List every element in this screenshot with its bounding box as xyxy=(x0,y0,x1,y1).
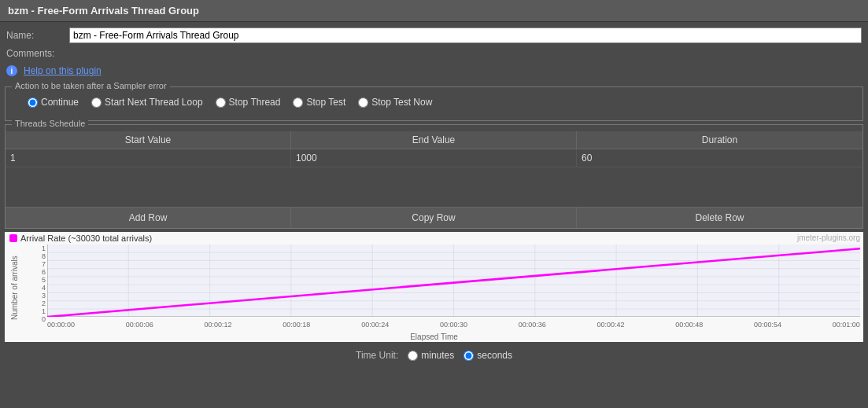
radio-stop-test-label: Stop Test xyxy=(306,97,345,108)
action-section: Action to be taken after a Sampler error… xyxy=(5,86,863,121)
x-tick-1: 00:00:06 xyxy=(126,321,153,329)
radio-stop-thread-input[interactable] xyxy=(216,97,226,108)
chart-container: Number of arrivals 1 8 7 6 5 4 3 2 1 0 xyxy=(8,244,860,331)
y-tick-4: 4 xyxy=(42,284,46,292)
chart-title-text: Arrival Rate (~30030 total arrivals) xyxy=(20,233,152,243)
cell-duration: 60 xyxy=(577,149,862,167)
time-unit-row: Time Unit: minutes seconds xyxy=(0,345,868,366)
radio-start-next[interactable]: Start Next Thread Loop xyxy=(91,97,203,108)
chart-title-row: Arrival Rate (~30030 total arrivals) xyxy=(5,232,863,244)
x-tick-10: 00:01:00 xyxy=(833,321,860,329)
name-input[interactable] xyxy=(69,28,862,43)
comments-label: Comments: xyxy=(6,48,69,59)
y-tick-3: 3 xyxy=(42,292,46,300)
y-axis-label: Number of arrivals xyxy=(8,244,19,331)
radio-stop-test-now[interactable]: Stop Test Now xyxy=(358,97,432,108)
y-tick-5: 5 xyxy=(42,276,46,284)
help-row: i Help on this plugin xyxy=(6,61,862,80)
table-buttons: Add Row Copy Row Delete Row xyxy=(6,207,862,228)
y-tick-6: 6 xyxy=(42,268,46,276)
x-tick-0: 00:00:00 xyxy=(47,321,75,329)
chart-legend-icon xyxy=(9,234,17,242)
time-unit-seconds-radio[interactable] xyxy=(464,351,474,361)
radio-continue-input[interactable] xyxy=(28,97,38,108)
x-tick-3: 00:00:18 xyxy=(283,321,310,329)
time-unit-minutes-label: minutes xyxy=(421,350,454,361)
copy-row-button[interactable]: Copy Row xyxy=(291,208,577,228)
col-end-value: End Value xyxy=(291,131,577,149)
radio-start-next-label: Start Next Thread Loop xyxy=(105,97,203,108)
form-section: Name: Comments: i Help on this plugin xyxy=(0,22,868,83)
threads-legend: Threads Schedule xyxy=(12,119,88,128)
radio-continue-label: Continue xyxy=(41,97,79,108)
radio-stop-test-input[interactable] xyxy=(293,97,303,108)
cell-end-value: 1000 xyxy=(291,149,577,167)
radio-stop-thread[interactable]: Stop Thread xyxy=(216,97,281,108)
radio-continue[interactable]: Continue xyxy=(28,97,79,108)
add-row-button[interactable]: Add Row xyxy=(6,208,291,228)
time-unit-label: Time Unit: xyxy=(356,350,398,361)
x-tick-5: 00:00:30 xyxy=(440,321,467,329)
help-link[interactable]: Help on this plugin xyxy=(17,64,108,78)
comments-row: Comments: xyxy=(6,46,862,61)
col-duration: Duration xyxy=(577,131,862,149)
time-unit-minutes-option[interactable]: minutes xyxy=(408,350,454,361)
table-empty-area xyxy=(6,167,862,207)
chart-area: Arrival Rate (~30030 total arrivals) jme… xyxy=(5,232,863,342)
radio-stop-test[interactable]: Stop Test xyxy=(293,97,345,108)
radio-group: Continue Start Next Thread Loop Stop Thr… xyxy=(12,90,856,114)
cell-start-value: 1 xyxy=(6,149,291,167)
y-tick-1: 1 xyxy=(42,307,46,315)
radio-stop-test-now-label: Stop Test Now xyxy=(371,97,432,108)
time-unit-seconds-label: seconds xyxy=(477,350,512,361)
table-row[interactable]: 1 1000 60 xyxy=(6,149,862,167)
x-tick-2: 00:00:12 xyxy=(205,321,232,329)
y-tick-8: 8 xyxy=(42,252,46,260)
x-tick-7: 00:00:42 xyxy=(597,321,624,329)
delete-row-button[interactable]: Delete Row xyxy=(577,208,862,228)
time-unit-seconds-option[interactable]: seconds xyxy=(464,350,512,361)
time-unit-minutes-radio[interactable] xyxy=(408,351,418,361)
threads-schedule-section: Threads Schedule Start Value End Value D… xyxy=(5,124,863,229)
window-title: bzm - Free-Form Arrivals Thread Group xyxy=(0,0,868,22)
col-start-value: Start Value xyxy=(6,131,291,149)
table-header: Start Value End Value Duration xyxy=(6,131,862,149)
radio-stop-thread-label: Stop Thread xyxy=(229,97,281,108)
action-legend: Action to be taken after a Sampler error xyxy=(12,81,170,90)
y-tick-0: 0 xyxy=(42,315,46,323)
y-tick-top: 1 xyxy=(42,244,46,252)
info-icon: i xyxy=(6,65,17,76)
name-row: Name: xyxy=(6,25,862,46)
radio-stop-test-now-input[interactable] xyxy=(358,97,368,108)
name-label: Name: xyxy=(6,30,69,41)
x-tick-6: 00:00:36 xyxy=(519,321,546,329)
radio-start-next-input[interactable] xyxy=(91,97,102,108)
y-tick-2: 2 xyxy=(42,300,46,307)
x-tick-9: 00:00:54 xyxy=(754,321,781,329)
x-axis-label: Elapsed Time xyxy=(5,333,863,341)
x-tick-4: 00:00:24 xyxy=(361,321,389,329)
x-tick-8: 00:00:48 xyxy=(675,321,703,329)
y-tick-7: 7 xyxy=(42,260,46,268)
jmeter-credit: jmeter-plugins.org xyxy=(797,233,860,242)
chart-svg xyxy=(47,244,860,317)
